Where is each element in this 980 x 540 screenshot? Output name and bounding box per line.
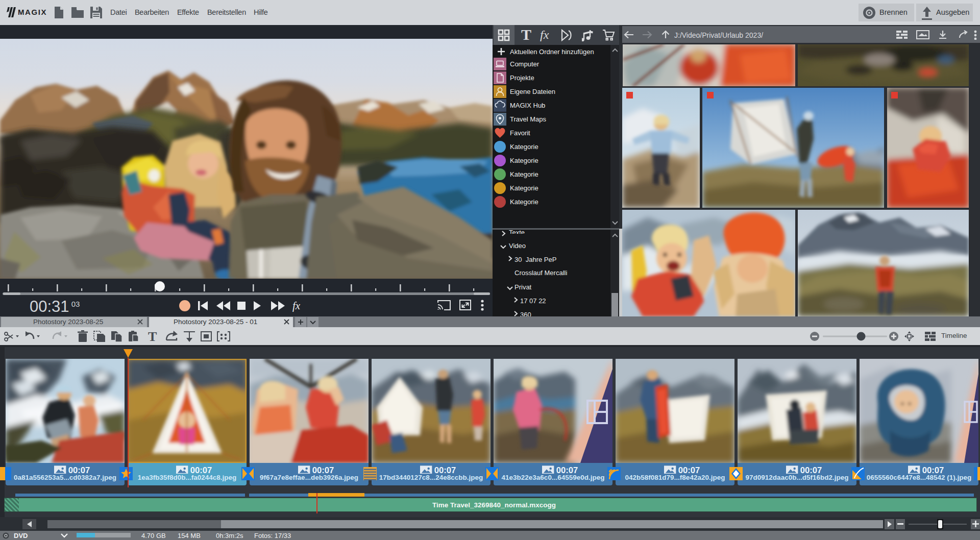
svg-text:00:07: 00:07 [556,465,578,474]
svg-text:00:07: 00:07 [800,465,822,474]
svg-text:T: T [148,330,157,343]
svg-text:00:07: 00:07 [312,465,334,474]
svg-text:00:07: 00:07 [68,465,90,474]
svg-text:00:07: 00:07 [434,465,456,474]
svg-text:fx: fx [292,300,301,312]
svg-text:00:07: 00:07 [922,465,944,474]
svg-text:00:07: 00:07 [678,465,700,474]
svg-text:00:07: 00:07 [190,465,212,474]
